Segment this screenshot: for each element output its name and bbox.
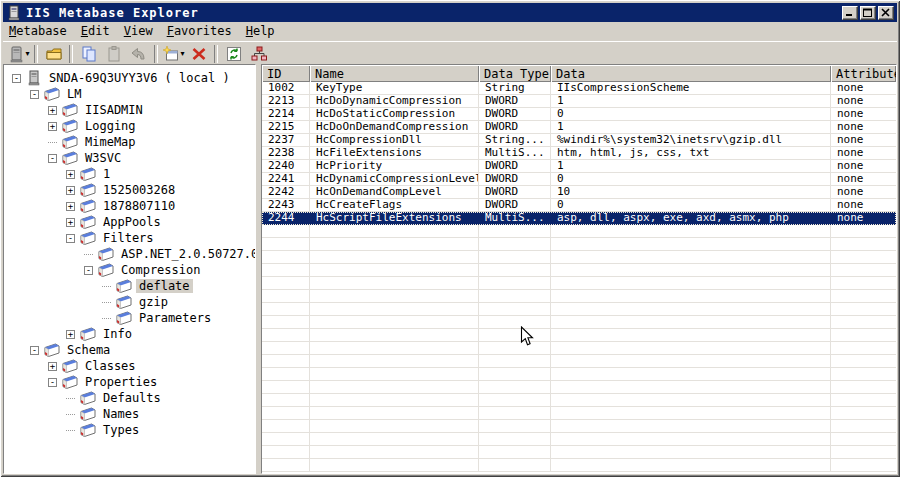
collapse-expander[interactable]: - <box>84 266 93 275</box>
tree-node-info[interactable]: +Info <box>4 326 255 342</box>
cell-data-type: DWORD <box>479 95 551 108</box>
column-header-data-type[interactable]: Data Type <box>479 65 551 82</box>
tree-node-defaults[interactable]: Defaults <box>4 390 255 406</box>
tree-node-lm[interactable]: -LM <box>4 86 255 102</box>
collapse-expander[interactable]: - <box>66 234 75 243</box>
refresh-button[interactable] <box>221 43 246 65</box>
tree-node-properties[interactable]: -Properties <box>4 374 255 390</box>
key-icon <box>98 247 114 261</box>
tree-node-1[interactable]: +1 <box>4 166 255 182</box>
table-row[interactable]: 1002KeyTypeStringIIsCompressionSchemenon… <box>262 82 896 95</box>
cell-id: 2241 <box>262 173 310 186</box>
delete-button[interactable] <box>186 43 211 65</box>
cell-data: IIsCompressionScheme <box>551 82 831 95</box>
tree-node-names[interactable]: Names <box>4 406 255 422</box>
collapse-expander[interactable]: - <box>30 346 39 355</box>
table-row[interactable]: 2241HcDynamicCompressionLevelDWORD0none <box>262 173 896 186</box>
tree-node-asp-net-2-0-50727-0[interactable]: ASP.NET_2.0.50727.0 <box>4 246 255 262</box>
expand-expander[interactable]: + <box>48 122 57 131</box>
menu-item-view[interactable]: View <box>118 23 161 39</box>
cell-data-type: MultiS... <box>479 147 551 160</box>
maximize-button[interactable] <box>860 6 876 20</box>
tree-node-snda-69q3uyy3v6-local[interactable]: -SNDA-69Q3UYY3V6 ( local ) <box>4 70 255 86</box>
collapse-expander[interactable]: - <box>30 90 39 99</box>
close-button[interactable] <box>878 6 894 20</box>
key-icon <box>62 359 78 373</box>
tree-node-iisadmin[interactable]: +IISADMIN <box>4 102 255 118</box>
expand-expander[interactable]: + <box>66 186 75 195</box>
tree-node-label: Types <box>100 423 142 437</box>
key-icon <box>116 311 132 325</box>
cell-data: asp, dll, aspx, exe, axd, asmx, php <box>551 212 831 225</box>
tree-node-types[interactable]: Types <box>4 422 255 438</box>
expand-expander[interactable]: + <box>66 330 75 339</box>
column-header-id[interactable]: ID <box>262 65 310 82</box>
minimize-button[interactable] <box>842 6 858 20</box>
tree-node-label: W3SVC <box>82 151 124 165</box>
empty-row <box>262 381 896 394</box>
table-row[interactable]: 2237HcCompressionDllString...%windir%\sy… <box>262 134 896 147</box>
tree-node-mimemap[interactable]: MimeMap <box>4 134 255 150</box>
key-icon <box>62 151 78 165</box>
tree-view-button[interactable] <box>246 43 271 65</box>
tree-node-schema[interactable]: -Schema <box>4 342 255 358</box>
export-button[interactable] <box>41 43 66 65</box>
tree-node-gzip[interactable]: gzip <box>4 294 255 310</box>
table-row[interactable]: 2243HcCreateFlagsDWORD0none <box>262 199 896 212</box>
tree-node-filters[interactable]: -Filters <box>4 230 255 246</box>
tree-node-logging[interactable]: +Logging <box>4 118 255 134</box>
new-key-button[interactable]: ▾ <box>161 43 186 65</box>
tree-node-classes[interactable]: +Classes <box>4 358 255 374</box>
expand-expander[interactable]: + <box>48 106 57 115</box>
collapse-expander[interactable]: - <box>48 378 57 387</box>
expand-expander[interactable]: + <box>66 218 75 227</box>
table-row[interactable]: 2213HcDoDynamicCompressionDWORD1none <box>262 95 896 108</box>
tree-node-label: ASP.NET_2.0.50727.0 <box>118 247 256 261</box>
table-row[interactable]: 2240HcPriorityDWORD1none <box>262 160 896 173</box>
cell-data: 0 <box>551 199 831 212</box>
empty-row <box>262 264 896 277</box>
tree-node-deflate[interactable]: deflate <box>4 278 255 294</box>
cell-name: HcDynamicCompressionLevel <box>310 173 479 186</box>
cell-id: 2243 <box>262 199 310 212</box>
table-row[interactable]: 2244HcScriptFileExtensionsMultiS...asp, … <box>262 212 896 225</box>
tree-node-w3svc[interactable]: -W3SVC <box>4 150 255 166</box>
cell-attributes: none <box>831 147 896 160</box>
tree-node-parameters[interactable]: Parameters <box>4 310 255 326</box>
column-header-data[interactable]: Data <box>551 65 831 82</box>
collapse-expander[interactable]: - <box>12 74 21 83</box>
cell-id: 2244 <box>262 212 310 225</box>
table-row[interactable]: 2242HcOnDemandCompLevelDWORD10none <box>262 186 896 199</box>
empty-row <box>262 303 896 316</box>
empty-row <box>262 394 896 407</box>
tree-node-compression[interactable]: -Compression <box>4 262 255 278</box>
table-row[interactable]: 2214HcDoStaticCompressionDWORD0none <box>262 108 896 121</box>
toolbar: ▾▾ <box>3 41 897 65</box>
dropdown-arrow-icon[interactable]: ▾ <box>25 49 29 58</box>
tree-node-1878807110[interactable]: +1878807110 <box>4 198 255 214</box>
cell-data: 1 <box>551 121 831 134</box>
dropdown-arrow-icon[interactable]: ▾ <box>180 49 184 58</box>
tree-node-label: IISADMIN <box>82 103 146 117</box>
column-header-name[interactable]: Name <box>310 65 479 82</box>
tree-node-label: Names <box>100 407 142 421</box>
expand-expander[interactable]: + <box>48 362 57 371</box>
expand-expander[interactable]: + <box>66 202 75 211</box>
menu-item-metabase[interactable]: Metabase <box>3 23 75 39</box>
cell-attributes: none <box>831 121 896 134</box>
menu-item-help[interactable]: Help <box>240 23 283 39</box>
column-header-attributes[interactable]: Attributes <box>831 65 896 82</box>
menu-item-edit[interactable]: Edit <box>75 23 118 39</box>
copy-button[interactable] <box>76 43 101 65</box>
cell-name: HcCompressionDll <box>310 134 479 147</box>
collapse-expander[interactable]: - <box>48 154 57 163</box>
computer-icon <box>26 71 42 85</box>
table-row[interactable]: 2215HcDoOnDemandCompressionDWORD1none <box>262 121 896 134</box>
table-row[interactable]: 2238HcFileExtensionsMultiS...htm, html, … <box>262 147 896 160</box>
tree-node-1525003268[interactable]: +1525003268 <box>4 182 255 198</box>
menu-bar: MetabaseEditViewFavoritesHelp <box>3 22 897 40</box>
connect-server-button[interactable]: ▾ <box>6 43 31 65</box>
expand-expander[interactable]: + <box>66 170 75 179</box>
menu-item-favorites[interactable]: Favorites <box>161 23 240 39</box>
tree-node-apppools[interactable]: +AppPools <box>4 214 255 230</box>
